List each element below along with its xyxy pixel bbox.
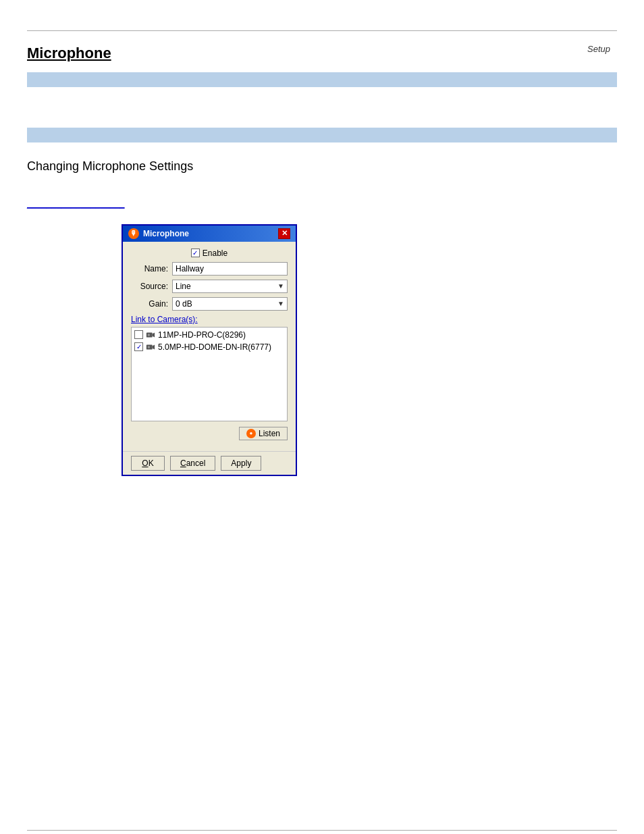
dialog-titlebar: 🎙 Microphone ✕ <box>123 226 296 242</box>
enable-row: ✓ Enable <box>131 249 288 258</box>
source-value: Line <box>176 282 191 291</box>
setup-label: Setup <box>587 44 610 54</box>
enable-label: Enable <box>203 249 227 258</box>
body-text: ____________________ <box>27 184 617 211</box>
gain-value: 0 dB <box>176 299 192 309</box>
svg-point-2 <box>148 334 151 336</box>
svg-marker-1 <box>153 332 155 337</box>
camera-item-1: 11MP-HD-PRO-C(8296) <box>134 330 284 340</box>
listen-icon: ● <box>246 429 256 438</box>
svg-marker-4 <box>153 344 155 349</box>
camera-list: 11MP-HD-PRO-C(8296) ✓ 5.0MP-HD-DOME-DN-I… <box>131 327 288 421</box>
ok-label: OK <box>142 459 153 468</box>
gain-row: Gain: 0 dB ▼ <box>131 297 288 311</box>
listen-label: Listen <box>259 429 280 438</box>
svg-point-5 <box>148 346 151 348</box>
name-input[interactable] <box>172 262 288 276</box>
source-select[interactable]: Line ▼ <box>172 280 288 293</box>
source-arrow-icon: ▼ <box>277 282 284 290</box>
dialog-title: Microphone <box>143 229 189 238</box>
apply-button[interactable]: Apply <box>221 456 261 471</box>
titlebar-left: 🎙 Microphone <box>128 228 189 239</box>
top-rule <box>27 30 617 31</box>
name-label: Name: <box>131 264 168 273</box>
settings-link[interactable]: ____________________ <box>27 199 125 209</box>
link-cameras-label: Link to Camera(s): <box>131 315 288 324</box>
dialog-container: 🎙 Microphone ✕ ✓ Enable Name: <box>122 224 297 476</box>
cancel-button[interactable]: Cancel <box>170 456 215 471</box>
camera-item-2: ✓ 5.0MP-HD-DOME-DN-IR(6777) <box>134 342 284 352</box>
source-label: Source: <box>131 282 168 291</box>
enable-checkbox[interactable]: ✓ <box>191 249 200 257</box>
page-container: Setup Microphone Changing Microphone Set… <box>0 30 644 834</box>
listen-button[interactable]: ● Listen <box>239 427 288 440</box>
listen-row: ● Listen <box>131 427 288 440</box>
close-button[interactable]: ✕ <box>278 228 290 239</box>
camera-2-icon <box>146 343 155 351</box>
gain-select[interactable]: 0 dB ▼ <box>172 297 288 311</box>
ok-button[interactable]: OK <box>131 456 165 471</box>
bottom-rule <box>27 830 617 831</box>
gain-label: Gain: <box>131 299 168 309</box>
cancel-label: Cancel <box>180 459 205 468</box>
dialog-footer: OK Cancel Apply <box>123 451 296 475</box>
name-row: Name: <box>131 262 288 276</box>
blue-bar-1 <box>27 72 617 87</box>
page-title: Microphone <box>27 45 617 62</box>
dialog-body: ✓ Enable Name: Source: Line ▼ <box>123 242 296 451</box>
camera-2-name: 5.0MP-HD-DOME-DN-IR(6777) <box>158 342 271 352</box>
blue-bar-2 <box>27 128 617 142</box>
apply-label: Apply <box>231 459 251 468</box>
section-heading: Changing Microphone Settings <box>27 159 617 174</box>
source-row: Source: Line ▼ <box>131 280 288 293</box>
dialog-window: 🎙 Microphone ✕ ✓ Enable Name: <box>122 224 297 476</box>
camera-1-checkbox[interactable] <box>134 330 143 339</box>
camera-2-checkbox[interactable]: ✓ <box>134 342 143 351</box>
camera-1-name: 11MP-HD-PRO-C(8296) <box>158 330 246 340</box>
gain-arrow-icon: ▼ <box>277 300 284 307</box>
camera-1-icon <box>146 331 155 339</box>
microphone-title-icon: 🎙 <box>128 228 139 239</box>
